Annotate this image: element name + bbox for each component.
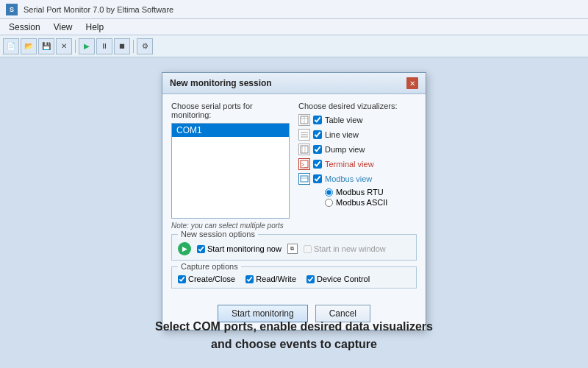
modbus-view-label[interactable]: Modbus view: [325, 174, 372, 183]
visualizer-line: Line view: [298, 129, 417, 141]
capture-device-control: Device Control: [306, 275, 370, 283]
copy-icon: ⧉: [287, 244, 298, 254]
start-monitoring-now-item: Start monitoring now: [197, 244, 282, 253]
capture-options-title: Capture options: [178, 262, 241, 271]
dialog-title-bar: New monitoring session ✕: [162, 73, 426, 94]
read-write-checkbox[interactable]: [245, 275, 254, 283]
visualizer-table: Table view: [298, 114, 417, 126]
modbus-ascii-radio[interactable]: [325, 199, 333, 207]
menu-help[interactable]: Help: [80, 21, 110, 34]
toolbar-sep-1: [75, 40, 76, 53]
modbus-view-checkbox[interactable]: [313, 174, 322, 183]
ports-note: Note: you can select multiple ports: [171, 222, 290, 230]
capture-read-write: Read/Write: [245, 275, 296, 283]
dump-view-checkbox[interactable]: [313, 145, 322, 154]
dialog-title: New monitoring session: [170, 78, 272, 88]
terminal-view-checkbox[interactable]: [313, 160, 322, 169]
device-control-checkbox[interactable]: [306, 275, 315, 283]
visualizer-terminal: >_ Terminal view: [298, 158, 417, 170]
bottom-text: Select COM ports, enable desired data vi…: [0, 318, 588, 353]
svg-text:>_: >_: [301, 162, 307, 168]
capture-options-row: Create/Close Read/Write Device Control: [178, 275, 410, 283]
session-options-title: New session options: [178, 230, 258, 238]
modbus-rtu-item: Modbus RTU: [325, 188, 417, 197]
modbus-rtu-radio[interactable]: [325, 188, 333, 197]
app-title: Serial Port Monitor 7.0 by Eltima Softwa…: [24, 5, 173, 14]
save-button[interactable]: 💾: [38, 38, 54, 54]
ports-label: Choose serial ports for monitoring:: [171, 102, 290, 119]
toolbar: 📄 📂 💾 ✕ ▶ ⏸ ⏹ ⚙: [0, 35, 588, 57]
app-icon: S: [6, 4, 18, 15]
menu-bar: Session View Help: [0, 19, 588, 35]
main-area: New monitoring session ✕ Choose serial p…: [0, 57, 588, 368]
pause-button[interactable]: ⏸: [96, 38, 112, 54]
line-view-label[interactable]: Line view: [325, 130, 359, 139]
start-monitoring-now-label: Start monitoring now: [207, 244, 282, 253]
create-close-label: Create/Close: [188, 275, 235, 283]
terminal-icon: >_: [298, 158, 310, 170]
modbus-radio-group: Modbus RTU Modbus ASCII: [325, 188, 417, 207]
session-options-box: New session options ▶ Start monitoring n…: [171, 234, 417, 261]
toolbar-sep-2: [133, 40, 134, 53]
open-button[interactable]: 📂: [21, 38, 37, 54]
session-options-row: ▶ Start monitoring now ⧉ Start in new wi…: [178, 242, 410, 255]
dialog-columns: Choose serial ports for monitoring: COM1…: [171, 102, 417, 230]
read-write-label: Read/Write: [256, 275, 296, 283]
visualizers-column: Choose desired vizualizers:: [298, 102, 417, 230]
port-item-com1[interactable]: COM1: [172, 124, 289, 137]
close-button[interactable]: ✕: [56, 38, 72, 54]
start-monitoring-now-checkbox[interactable]: [197, 245, 205, 253]
modbus-icon: [298, 173, 310, 185]
terminal-view-label[interactable]: Terminal view: [325, 160, 374, 169]
ports-column: Choose serial ports for monitoring: COM1…: [171, 102, 290, 230]
bottom-text-line2: and choose events to capture: [0, 336, 588, 353]
new-button[interactable]: 📄: [3, 38, 19, 54]
modbus-ascii-item: Modbus ASCII: [325, 198, 417, 207]
title-bar: S Serial Port Monitor 7.0 by Eltima Soft…: [0, 0, 588, 19]
bottom-text-line1: Select COM ports, enable desired data vi…: [0, 318, 588, 336]
svg-rect-6: [301, 146, 308, 153]
play-button[interactable]: ▶: [79, 38, 95, 54]
modbus-rtu-label: Modbus RTU: [336, 188, 384, 197]
capture-create-close: Create/Close: [178, 275, 235, 283]
menu-view[interactable]: View: [48, 21, 79, 34]
menu-session[interactable]: Session: [3, 21, 46, 34]
dialog-close-button[interactable]: ✕: [406, 77, 418, 89]
table-view-label[interactable]: Table view: [325, 116, 362, 124]
settings-button[interactable]: ⚙: [137, 38, 153, 54]
dump-view-label[interactable]: Dump view: [325, 145, 365, 154]
capture-options-box: Capture options Create/Close Read/Write: [171, 266, 417, 289]
table-view-checkbox[interactable]: [313, 116, 322, 124]
table-icon: [298, 114, 310, 126]
create-close-checkbox[interactable]: [178, 275, 186, 283]
start-new-window-item: Start in new window: [304, 244, 386, 253]
port-list[interactable]: COM1: [171, 123, 290, 219]
play-icon: ▶: [178, 242, 191, 255]
svg-rect-11: [301, 176, 308, 182]
device-control-label: Device Control: [317, 275, 370, 283]
visualizers-label: Choose desired vizualizers:: [298, 102, 417, 110]
dialog-new-session: New monitoring session ✕ Choose serial p…: [162, 72, 426, 330]
dump-icon: [298, 144, 310, 155]
modbus-ascii-label: Modbus ASCII: [336, 198, 387, 207]
line-view-checkbox[interactable]: [313, 130, 322, 139]
start-new-window-label: Start in new window: [314, 244, 386, 253]
start-new-window-checkbox[interactable]: [304, 245, 312, 253]
dialog-body: Choose serial ports for monitoring: COM1…: [162, 94, 426, 299]
visualizer-dump: Dump view: [298, 144, 417, 155]
line-icon: [298, 129, 310, 141]
visualizer-modbus: Modbus view: [298, 173, 417, 185]
stop-button[interactable]: ⏹: [114, 38, 130, 54]
